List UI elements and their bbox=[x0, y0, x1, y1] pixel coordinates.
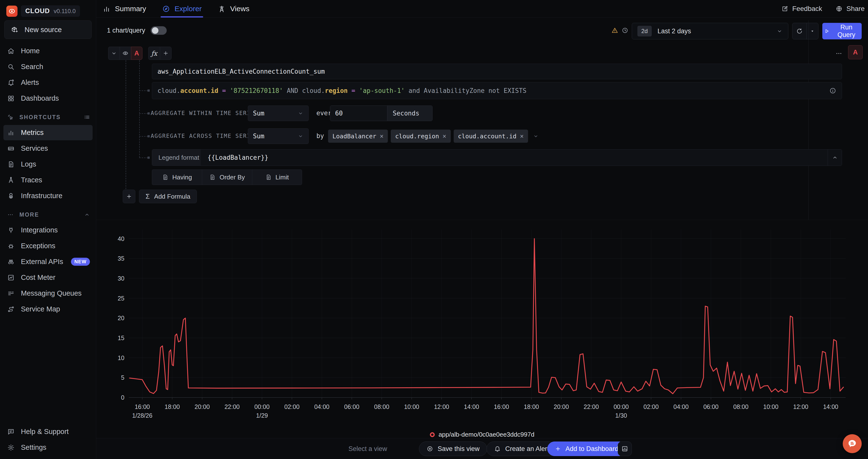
query-more-menu[interactable] bbox=[833, 48, 845, 59]
sidebar-section-more[interactable]: MORE bbox=[0, 207, 96, 222]
filter-token: = bbox=[218, 87, 230, 94]
bars-icon bbox=[102, 5, 111, 13]
tab-explorer[interactable]: Explorer bbox=[161, 0, 203, 18]
sidebar-item-cost-meter[interactable]: Cost Meter bbox=[3, 270, 93, 285]
sidebar-item-home[interactable]: Home bbox=[3, 43, 93, 59]
tag-label: LoadBalancer bbox=[333, 133, 376, 140]
filter-token: '875212670118' bbox=[230, 87, 283, 94]
signoz-logo-icon[interactable] bbox=[6, 6, 18, 17]
svg-text:04:00: 04:00 bbox=[673, 403, 689, 410]
svg-text:12:00: 12:00 bbox=[434, 403, 449, 410]
group-by-dropdown-icon[interactable] bbox=[533, 133, 539, 139]
svg-text:02:00: 02:00 bbox=[284, 403, 300, 410]
time-series-chart[interactable]: 051015202530354016:001/28/2618:0020:0022… bbox=[96, 226, 868, 421]
toggle-visibility-button[interactable] bbox=[120, 47, 131, 60]
time-range-select[interactable]: 2d Last 2 days bbox=[632, 23, 788, 39]
svg-text:22:00: 22:00 bbox=[584, 403, 599, 410]
chevron-up-icon bbox=[832, 154, 838, 161]
svg-text:1/30: 1/30 bbox=[615, 412, 627, 419]
svg-text:02:00: 02:00 bbox=[644, 403, 659, 410]
feedback-button[interactable]: Feedback bbox=[781, 5, 822, 13]
run-query-button[interactable]: Run Query bbox=[822, 23, 862, 39]
sidebar-item-service-map[interactable]: Service Map bbox=[3, 302, 93, 317]
sidebar-item-label: Services bbox=[21, 145, 48, 152]
limit-button[interactable]: Limit bbox=[252, 170, 302, 185]
svg-text:25: 25 bbox=[118, 295, 124, 302]
sidebar-item-dashboards[interactable]: Dashboards bbox=[3, 91, 93, 106]
function-button[interactable]: ƒx bbox=[148, 47, 160, 60]
route-icon bbox=[7, 306, 14, 313]
chart-legend[interactable]: app/alb-demo/0c0ae0ee3ddc997d bbox=[96, 431, 868, 438]
filter-token: cloud. bbox=[157, 87, 180, 94]
search-icon bbox=[7, 63, 14, 70]
new-source-button[interactable]: New source bbox=[4, 21, 92, 39]
sidebar-item-help-support[interactable]: Help & Support bbox=[3, 424, 93, 439]
metric-name-input[interactable]: aws_ApplicationELB_ActiveConnectionCount… bbox=[152, 64, 842, 79]
run-query-label: Run Query bbox=[833, 24, 860, 39]
query-letter-button[interactable]: A bbox=[131, 47, 143, 60]
tab-summary[interactable]: Summary bbox=[101, 0, 147, 18]
tree-connector bbox=[139, 136, 148, 136]
group-by-tag-loadbalancer[interactable]: LoadBalancer× bbox=[328, 130, 388, 143]
filter-expression-input[interactable]: cloud.account.id = '875212670118' AND cl… bbox=[152, 82, 842, 99]
add-query-plus-button[interactable] bbox=[123, 190, 135, 203]
sidebar-item-logs[interactable]: Logs bbox=[3, 157, 93, 172]
remove-tag-icon[interactable]: × bbox=[520, 132, 524, 140]
chat-support-button[interactable] bbox=[843, 434, 862, 453]
svg-text:22:00: 22:00 bbox=[224, 403, 240, 410]
info-icon[interactable] bbox=[829, 87, 836, 94]
sidebar-item-infrastructure[interactable]: Infrastructure bbox=[3, 188, 93, 204]
share-button[interactable]: Share bbox=[836, 5, 865, 13]
disc-icon bbox=[427, 446, 433, 452]
query-rail-a-chip[interactable]: A bbox=[848, 45, 863, 59]
sidebar-item-external-apis[interactable]: External APIsNEW bbox=[3, 254, 93, 269]
add-to-dashboard-button[interactable]: Add to Dashboard bbox=[547, 441, 626, 456]
warning-icon[interactable] bbox=[611, 27, 618, 34]
sidebar-section-shortcuts[interactable]: SHORTCUTS bbox=[0, 110, 96, 124]
agg-across-fn-select[interactable]: Sum bbox=[248, 128, 309, 144]
dock-panel-button[interactable] bbox=[618, 441, 632, 456]
query-header-group: A bbox=[108, 47, 143, 60]
sidebar-item-settings[interactable]: Settings bbox=[3, 440, 93, 455]
order-by-button[interactable]: Order By bbox=[202, 170, 252, 185]
refresh-button[interactable] bbox=[793, 23, 807, 39]
sidebar-item-metrics[interactable]: Metrics bbox=[3, 125, 93, 140]
list-view-icon[interactable] bbox=[84, 114, 90, 120]
brand-name: CLOUD bbox=[25, 7, 50, 15]
save-view-button[interactable]: Save this view bbox=[419, 441, 487, 456]
sidebar-item-search[interactable]: Search bbox=[3, 59, 93, 74]
brand-row: CLOUD v0.110.0 bbox=[0, 0, 96, 17]
group-by-tag-cloud-region[interactable]: cloud.region× bbox=[391, 130, 451, 143]
sidebar-item-exceptions[interactable]: Exceptions bbox=[3, 238, 93, 253]
group-by-tag-cloud-account-id[interactable]: cloud.account.id× bbox=[454, 130, 528, 143]
add-query-button[interactable] bbox=[160, 47, 172, 60]
collapse-section-button[interactable] bbox=[828, 150, 842, 165]
create-alert-button[interactable]: Create an Alert bbox=[487, 441, 556, 456]
every-value-input[interactable]: 60 bbox=[330, 106, 387, 121]
sidebar-item-integrations[interactable]: Integrations bbox=[3, 222, 93, 238]
remove-tag-icon[interactable]: × bbox=[380, 132, 384, 140]
add-formula-button[interactable]: Σ Add Formula bbox=[139, 190, 197, 203]
by-label: by bbox=[316, 132, 324, 140]
chevron-down-icon bbox=[298, 111, 304, 116]
sidebar-item-messaging-queues[interactable]: Messaging Queues bbox=[3, 286, 93, 301]
chart-query-toggle[interactable] bbox=[151, 26, 167, 35]
having-button[interactable]: Having bbox=[152, 170, 202, 185]
svg-text:06:00: 06:00 bbox=[344, 403, 360, 410]
clock-icon[interactable] bbox=[621, 27, 629, 34]
doc-lines-icon bbox=[266, 174, 272, 180]
topbar: SummaryExplorerViews Feedback Share bbox=[96, 0, 868, 18]
remove-tag-icon[interactable]: × bbox=[442, 132, 446, 140]
button-label: Limit bbox=[276, 174, 289, 181]
collapse-query-button[interactable] bbox=[108, 47, 120, 60]
legend-format-input[interactable]: {{LoadBalancer}} bbox=[201, 150, 828, 165]
agg-within-fn-select[interactable]: Sum bbox=[248, 105, 309, 121]
chev-up-icon[interactable] bbox=[84, 212, 90, 218]
tab-views[interactable]: Views bbox=[217, 0, 250, 18]
sidebar-item-traces[interactable]: Traces bbox=[3, 172, 93, 188]
sidebar-item-services[interactable]: Services bbox=[3, 141, 93, 156]
chart-query-label: 1 chart/query bbox=[107, 27, 145, 34]
sidebar-item-alerts[interactable]: Alerts bbox=[3, 75, 93, 90]
every-unit[interactable]: Seconds bbox=[387, 106, 432, 121]
server-icon bbox=[7, 145, 14, 152]
